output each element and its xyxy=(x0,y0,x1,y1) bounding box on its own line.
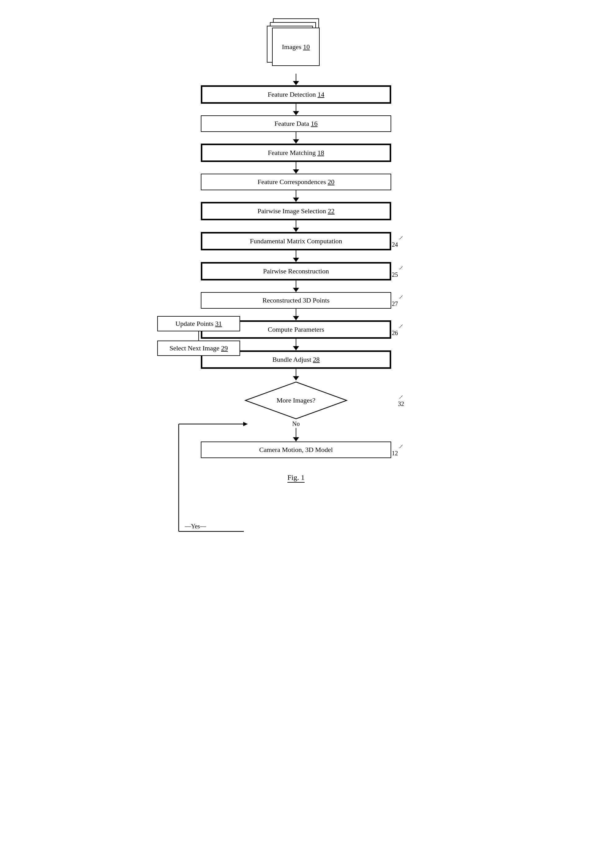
feature-correspondences-label: Feature Correspondences xyxy=(258,178,326,186)
update-points-box: Update Points 31 xyxy=(157,316,240,331)
feature-matching-box: Feature Matching 18 xyxy=(201,143,391,162)
feature-correspondences-ref: 20 xyxy=(328,178,334,186)
fundamental-matrix-label: Fundamental Matrix Computation xyxy=(250,237,342,245)
pairwise-reconstruction-box: Pairwise Reconstruction xyxy=(201,262,391,280)
feature-detection-box: Feature Detection 14 xyxy=(201,85,391,104)
pairwise-reconstruction-ref: 25 xyxy=(392,271,398,278)
arrow-5 xyxy=(293,190,299,202)
pairwise-selection-box: Pairwise Image Selection 22 xyxy=(201,202,391,220)
arrow-head xyxy=(293,111,299,115)
arrow-head xyxy=(293,81,299,85)
feature-correspondences-row: Feature Correspondences 20 xyxy=(148,174,444,190)
diagonal-line-25: ⟋ xyxy=(398,264,404,271)
reconstructed-3d-label: Reconstructed 3D Points xyxy=(262,297,330,304)
arrow-head xyxy=(293,316,299,320)
feature-data-label: Feature Data xyxy=(274,120,309,127)
stack-front: Images 10 xyxy=(272,28,320,66)
pairwise-reconstruction-label: Pairwise Reconstruction xyxy=(263,267,329,275)
arrow-4 xyxy=(293,162,299,174)
feature-matching-row: Feature Matching 18 xyxy=(148,143,444,162)
feature-data-box: Feature Data 16 xyxy=(201,115,391,132)
arrow-line xyxy=(296,220,296,228)
camera-motion-ref: 12 xyxy=(392,450,398,457)
no-label: No xyxy=(292,420,300,427)
arrow-head xyxy=(293,288,299,292)
arrow-2 xyxy=(293,104,299,115)
arrow-line xyxy=(296,309,296,316)
select-next-image-box: Select Next Image 29 xyxy=(157,341,240,356)
update-points-ref: 31 xyxy=(215,320,222,328)
flowchart: Images 10 Feature Detection 14 Feature D… xyxy=(148,12,444,458)
arrow-line xyxy=(296,190,296,198)
more-images-ref-num: 32 xyxy=(398,400,404,407)
diagonal-line-12: ⟋ xyxy=(398,443,404,450)
arrow-1 xyxy=(293,74,299,85)
arrow-7 xyxy=(293,250,299,262)
pairwise-selection-row: Pairwise Image Selection 22 xyxy=(148,202,444,220)
fundamental-matrix-ref: 24 xyxy=(392,241,398,248)
arrow-head xyxy=(293,139,299,143)
arrow-line xyxy=(296,250,296,258)
feature-detection-ref: 14 xyxy=(318,90,324,98)
feature-matching-ref: 18 xyxy=(318,149,324,156)
pairwise-selection-ref: 22 xyxy=(328,207,335,215)
diagonal-line-24: ⟋ xyxy=(398,234,404,241)
arrow-head xyxy=(293,258,299,262)
svg-text:More Images?: More Images? xyxy=(277,396,315,404)
fig-text: Fig. 1 xyxy=(287,474,305,483)
feature-detection-row: Feature Detection 14 xyxy=(148,85,444,104)
fundamental-matrix-row: Fundamental Matrix Computation ⟋ 24 xyxy=(148,232,444,250)
update-points-label: Update Points xyxy=(175,320,213,328)
arrow-head xyxy=(293,376,299,381)
reconstructed-3d-row: Reconstructed 3D Points ⟋ 27 xyxy=(148,292,444,309)
camera-motion-row: Camera Motion, 3D Model ⟋ 12 xyxy=(148,441,444,458)
fig-bind: Fig. 1 xyxy=(287,474,305,483)
feature-correspondences-box: Feature Correspondences 20 xyxy=(201,174,391,190)
arrow-head xyxy=(293,198,299,202)
compute-parameters-label: Compute Parameters xyxy=(268,326,324,333)
more-images-row: More Images? ⟋ 32 Update Points 31 Selec… xyxy=(148,381,444,420)
arrow-head xyxy=(293,228,299,232)
select-next-image-ref: 29 xyxy=(221,344,228,352)
left-side-boxes: Update Points 31 Select Next Image 29 xyxy=(157,316,240,356)
diagonal-line-26: ⟋ xyxy=(398,322,404,329)
fig-label: Fig. 1 xyxy=(287,474,305,482)
arrow-line xyxy=(296,280,296,288)
loop-section: —Yes— Reconstructed 3D Points ⟋ 27 xyxy=(148,292,444,458)
arrow-11 xyxy=(293,369,299,381)
camera-motion-label: Camera Motion, 3D Model xyxy=(259,446,333,453)
left-connector-line xyxy=(198,331,199,341)
arrow-8 xyxy=(293,280,299,292)
arrow-head xyxy=(293,437,299,441)
compute-parameters-ref: 26 xyxy=(392,329,398,337)
page: Images 10 Feature Detection 14 Feature D… xyxy=(148,12,444,482)
diamond-svg: More Images? xyxy=(244,381,348,420)
more-images-ref: ⟋ 32 xyxy=(398,393,404,407)
reconstructed-3d-ref: 27 xyxy=(392,300,398,307)
arrow-3 xyxy=(293,132,299,143)
arrow-line xyxy=(296,162,296,169)
select-next-image-label: Select Next Image xyxy=(170,344,219,352)
feature-data-ref: 16 xyxy=(311,120,318,127)
arrow-9 xyxy=(293,309,299,320)
arrow-head xyxy=(293,346,299,350)
arrow-head xyxy=(293,169,299,174)
arrow-6 xyxy=(293,220,299,232)
pairwise-selection-label: Pairwise Image Selection xyxy=(257,207,326,215)
arrow-10 xyxy=(293,339,299,350)
feature-matching-label: Feature Matching xyxy=(268,149,316,156)
arrow-line xyxy=(296,339,296,346)
arrow-line xyxy=(296,369,296,376)
arrow-line xyxy=(296,104,296,111)
svg-text:—Yes—: —Yes— xyxy=(185,523,206,530)
images-label: Images 10 xyxy=(282,43,310,51)
bundle-adjust-ref: 28 xyxy=(313,356,320,363)
arrow-line xyxy=(296,428,296,437)
feature-detection-label: Feature Detection xyxy=(268,90,316,98)
bundle-adjust-label: Bundle Adjust xyxy=(272,356,311,363)
svg-marker-4 xyxy=(243,422,248,426)
arrow-line xyxy=(296,74,296,81)
images-ref: 10 xyxy=(303,43,310,51)
arrow-no: No xyxy=(292,420,300,441)
fundamental-matrix-box: Fundamental Matrix Computation xyxy=(201,232,391,250)
